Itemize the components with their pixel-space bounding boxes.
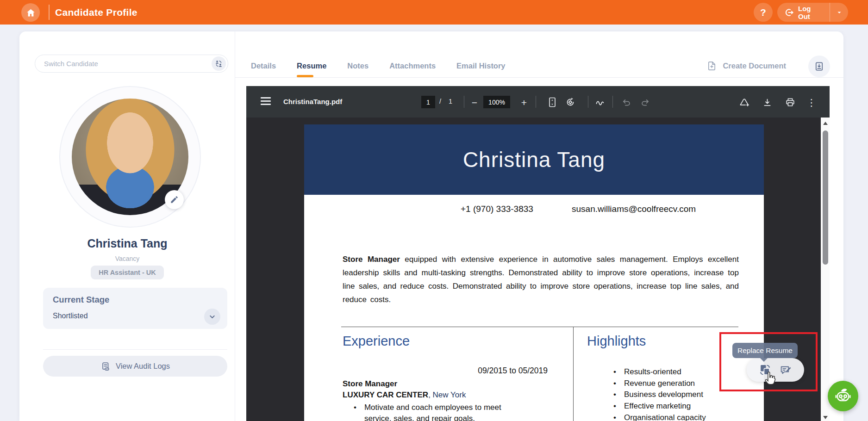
create-document-label: Create Document	[723, 62, 786, 70]
vacancy-label: Vacancy	[19, 255, 235, 262]
page-separator: /	[439, 98, 441, 105]
download-button[interactable]	[761, 96, 773, 108]
logout-label: Log Out	[798, 5, 823, 20]
question-mark-icon: ?	[760, 7, 766, 18]
resume-horizontal-rule	[341, 327, 738, 327]
resume-name: Christina Tang	[463, 147, 605, 172]
app-header: Candidate Profile ? Log Out	[0, 0, 868, 25]
robot-icon	[833, 386, 853, 406]
chatbot-button[interactable]	[828, 381, 858, 411]
home-button[interactable]	[21, 3, 40, 22]
toolbar-divider	[536, 96, 536, 108]
tab-details[interactable]: Details	[251, 62, 276, 70]
document-plus-icon	[706, 61, 717, 71]
caret-down-icon	[836, 9, 843, 16]
menu-icon[interactable]	[261, 97, 271, 107]
experience-location: , New York	[428, 390, 466, 399]
resume-column-divider	[573, 327, 574, 421]
bullet-item: Motivate and coach employees to meet ser…	[354, 402, 526, 421]
zoom-out-button[interactable]: −	[468, 96, 481, 108]
view-audit-logs-label: View Audit Logs	[116, 362, 170, 371]
resume-summary-lead: Store Manager	[343, 255, 400, 264]
tab-notes[interactable]: Notes	[347, 62, 368, 70]
current-stage-label: Current Stage	[53, 295, 109, 305]
page-title: Candidate Profile	[55, 7, 137, 18]
vacancy-badge: HR Assistant - UK	[91, 266, 164, 279]
people-swap-icon	[214, 59, 223, 68]
replace-document-icon	[759, 364, 771, 376]
download-resume-button[interactable]	[808, 56, 830, 77]
tabs: Details Resume Notes Attachments Email H…	[251, 55, 506, 77]
experience-company: LUXURY CAR CENTER, New York	[343, 390, 466, 400]
tab-resume[interactable]: Resume	[297, 62, 326, 70]
more-options-button[interactable]: ⋮	[806, 96, 818, 108]
logout-icon	[785, 8, 794, 17]
header-divider	[49, 5, 50, 20]
page-number-input[interactable]: 1	[421, 96, 435, 108]
candidate-profile-app: Candidate Profile ? Log Out	[0, 0, 868, 421]
switch-candidate-button[interactable]	[212, 56, 226, 71]
resume-phone: +1 (970) 333-3833	[461, 204, 533, 214]
annotate-button[interactable]	[594, 96, 606, 108]
scroll-up-arrow[interactable]	[823, 122, 828, 125]
experience-heading: Experience	[343, 334, 410, 349]
tab-email-history[interactable]: Email History	[456, 62, 505, 70]
sidebar-divider	[43, 349, 227, 350]
experience-company-name: LUXURY CAR CENTER	[343, 390, 428, 399]
replace-resume-tooltip: Replace Resume	[732, 343, 798, 358]
home-icon	[26, 8, 36, 18]
bullet-item: Results-oriented	[613, 367, 706, 377]
chevron-down-icon	[208, 313, 216, 321]
pdf-filename: ChristinaTang.pdf	[283, 98, 342, 105]
experience-job-title: Store Manager	[343, 379, 397, 389]
rotate-button[interactable]	[564, 96, 576, 108]
add-to-drive-button[interactable]	[738, 96, 750, 108]
highlights-heading: Highlights	[587, 334, 646, 349]
logout-button[interactable]: Log Out	[777, 3, 848, 22]
stage-dropdown-button[interactable]	[204, 309, 220, 325]
highlights-bullet-list: Results-orientedRevenue generationBusine…	[613, 367, 706, 421]
scroll-down-arrow[interactable]	[823, 416, 828, 419]
bullet-item: Revenue generation	[613, 379, 706, 389]
audit-log-icon	[100, 361, 111, 371]
experience-dates: 09/2015 to 05/2019	[343, 366, 548, 376]
switch-candidate-input[interactable]	[35, 55, 193, 72]
create-document-button[interactable]: Create Document	[706, 55, 786, 77]
logout-caret-button[interactable]	[830, 3, 848, 22]
resume-banner: Christina Tang	[304, 124, 764, 195]
resume-email: susan.williams@coolfreecv.com	[572, 204, 696, 214]
experience-bullet-list: Motivate and coach employees to meet ser…	[354, 402, 526, 421]
undo-button[interactable]	[620, 96, 632, 108]
bullet-item: Effective marketing	[613, 402, 706, 411]
document-download-icon	[814, 61, 824, 72]
bullet-item: Organisational capacity	[613, 413, 706, 421]
pencil-icon	[170, 195, 179, 204]
resume-action-pill	[747, 358, 804, 382]
redo-button[interactable]	[639, 96, 651, 108]
print-button[interactable]	[784, 96, 796, 108]
page-total: 1	[449, 98, 452, 105]
switch-candidate-field	[35, 55, 228, 73]
logout-main[interactable]: Log Out	[777, 3, 830, 22]
pdf-toolbar: ChristinaTang.pdf 1 / 1 − 100% +	[246, 86, 830, 118]
zoom-level[interactable]: 100%	[483, 96, 510, 108]
candidate-sidebar: Christina Tang Vacancy HR Assistant - UK…	[19, 31, 235, 421]
current-stage-card: Current Stage Shortlisted	[43, 288, 227, 329]
edit-photo-button[interactable]	[165, 190, 184, 209]
tab-bar: Details Resume Notes Attachments Email H…	[235, 55, 843, 78]
scrollbar-thumb[interactable]	[823, 130, 828, 265]
fit-to-page-button[interactable]	[546, 96, 558, 108]
current-stage-value: Shortlisted	[53, 312, 88, 320]
toolbar-divider	[464, 96, 464, 108]
view-audit-logs-button[interactable]: View Audit Logs	[43, 356, 227, 377]
note-edit-icon	[780, 364, 792, 376]
annotate-resume-button[interactable]	[780, 364, 793, 377]
resume-summary-rest: equipped with extensive experience in au…	[343, 255, 739, 304]
zoom-in-button[interactable]: +	[518, 96, 530, 108]
help-button[interactable]: ?	[754, 3, 773, 22]
resume-summary: Store Manager equipped with extensive ex…	[343, 253, 739, 306]
tab-attachments[interactable]: Attachments	[389, 62, 436, 70]
pdf-scrollbar[interactable]	[821, 118, 830, 421]
resume-page: Christina Tang +1 (970) 333-3833 susan.w…	[304, 124, 764, 421]
vacancy-badge-row: HR Assistant - UK	[19, 266, 235, 279]
